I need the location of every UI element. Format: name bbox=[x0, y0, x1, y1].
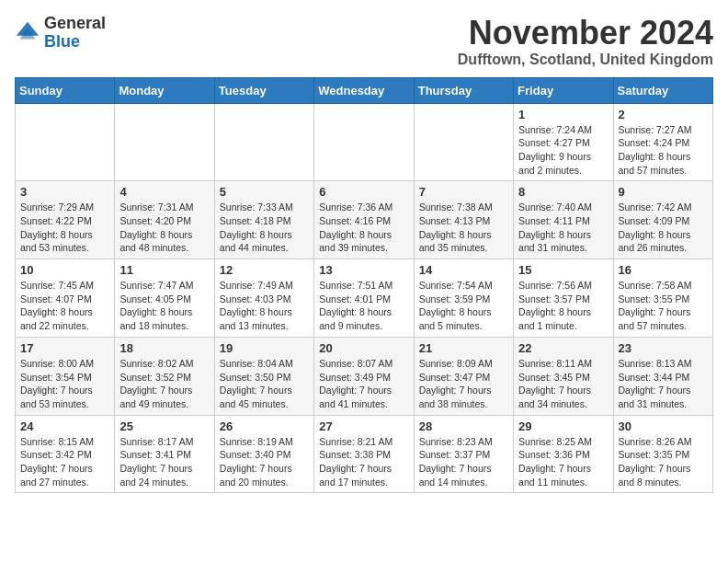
calendar-cell: 22Sunrise: 8:11 AM Sunset: 3:45 PM Dayli… bbox=[514, 337, 613, 415]
calendar-cell: 8Sunrise: 7:40 AM Sunset: 4:11 PM Daylig… bbox=[514, 181, 613, 259]
calendar-cell: 21Sunrise: 8:09 AM Sunset: 3:47 PM Dayli… bbox=[414, 337, 513, 415]
calendar-cell: 27Sunrise: 8:21 AM Sunset: 3:38 PM Dayli… bbox=[314, 415, 414, 493]
day-number: 5 bbox=[220, 185, 309, 199]
calendar-cell bbox=[115, 103, 214, 181]
calendar-cell: 1Sunrise: 7:24 AM Sunset: 4:27 PM Daylig… bbox=[514, 103, 613, 181]
calendar-cell: 5Sunrise: 7:33 AM Sunset: 4:18 PM Daylig… bbox=[214, 181, 313, 259]
day-info: Sunrise: 7:45 AM Sunset: 4:07 PM Dayligh… bbox=[20, 279, 109, 333]
weekday-header: Saturday bbox=[613, 77, 712, 103]
day-info: Sunrise: 8:19 AM Sunset: 3:40 PM Dayligh… bbox=[220, 435, 309, 489]
day-info: Sunrise: 8:09 AM Sunset: 3:47 PM Dayligh… bbox=[419, 357, 508, 411]
day-info: Sunrise: 8:13 AM Sunset: 3:44 PM Dayligh… bbox=[619, 357, 708, 411]
day-number: 13 bbox=[319, 263, 408, 277]
day-number: 28 bbox=[419, 419, 508, 433]
day-info: Sunrise: 8:26 AM Sunset: 3:35 PM Dayligh… bbox=[619, 435, 708, 489]
calendar-cell: 20Sunrise: 8:07 AM Sunset: 3:49 PM Dayli… bbox=[314, 337, 414, 415]
day-number: 1 bbox=[518, 108, 608, 121]
day-number: 22 bbox=[518, 341, 608, 355]
calendar-cell: 2Sunrise: 7:27 AM Sunset: 4:24 PM Daylig… bbox=[613, 103, 712, 181]
day-number: 10 bbox=[20, 263, 109, 277]
day-info: Sunrise: 7:29 AM Sunset: 4:22 PM Dayligh… bbox=[20, 201, 109, 255]
day-number: 29 bbox=[518, 419, 608, 433]
calendar-week-row: 3Sunrise: 7:29 AM Sunset: 4:22 PM Daylig… bbox=[16, 181, 713, 259]
calendar-cell: 25Sunrise: 8:17 AM Sunset: 3:41 PM Dayli… bbox=[115, 415, 214, 493]
calendar-week-row: 10Sunrise: 7:45 AM Sunset: 4:07 PM Dayli… bbox=[16, 259, 713, 338]
day-info: Sunrise: 8:25 AM Sunset: 3:36 PM Dayligh… bbox=[518, 435, 608, 489]
day-info: Sunrise: 7:38 AM Sunset: 4:13 PM Dayligh… bbox=[419, 201, 508, 255]
day-info: Sunrise: 7:51 AM Sunset: 4:01 PM Dayligh… bbox=[319, 279, 408, 333]
calendar-cell: 13Sunrise: 7:51 AM Sunset: 4:01 PM Dayli… bbox=[314, 259, 414, 338]
day-number: 11 bbox=[119, 263, 209, 277]
calendar-cell: 18Sunrise: 8:02 AM Sunset: 3:52 PM Dayli… bbox=[115, 337, 214, 415]
day-info: Sunrise: 7:42 AM Sunset: 4:09 PM Dayligh… bbox=[619, 201, 708, 255]
calendar-cell: 4Sunrise: 7:31 AM Sunset: 4:20 PM Daylig… bbox=[115, 181, 214, 259]
day-number: 20 bbox=[319, 341, 408, 355]
day-number: 3 bbox=[20, 185, 109, 199]
calendar-cell: 11Sunrise: 7:47 AM Sunset: 4:05 PM Dayli… bbox=[115, 259, 214, 338]
day-info: Sunrise: 7:58 AM Sunset: 3:55 PM Dayligh… bbox=[619, 279, 708, 333]
calendar-cell: 10Sunrise: 7:45 AM Sunset: 4:07 PM Dayli… bbox=[16, 259, 115, 338]
day-info: Sunrise: 8:00 AM Sunset: 3:54 PM Dayligh… bbox=[20, 357, 109, 411]
weekday-header: Thursday bbox=[414, 77, 513, 103]
day-number: 7 bbox=[419, 185, 508, 199]
calendar-cell: 17Sunrise: 8:00 AM Sunset: 3:54 PM Dayli… bbox=[16, 337, 115, 415]
day-info: Sunrise: 7:56 AM Sunset: 3:57 PM Dayligh… bbox=[518, 279, 608, 333]
day-number: 2 bbox=[619, 108, 708, 121]
day-info: Sunrise: 7:47 AM Sunset: 4:05 PM Dayligh… bbox=[119, 279, 209, 333]
day-number: 27 bbox=[319, 419, 408, 433]
weekday-header: Friday bbox=[514, 77, 613, 103]
calendar-cell: 19Sunrise: 8:04 AM Sunset: 3:50 PM Dayli… bbox=[214, 337, 313, 415]
day-info: Sunrise: 7:27 AM Sunset: 4:24 PM Dayligh… bbox=[619, 123, 708, 178]
day-info: Sunrise: 8:07 AM Sunset: 3:49 PM Dayligh… bbox=[319, 357, 408, 411]
day-info: Sunrise: 8:15 AM Sunset: 3:42 PM Dayligh… bbox=[20, 435, 109, 489]
calendar-cell: 12Sunrise: 7:49 AM Sunset: 4:03 PM Dayli… bbox=[214, 259, 313, 338]
location: Dufftown, Scotland, United Kingdom bbox=[458, 52, 713, 68]
day-number: 15 bbox=[518, 263, 608, 277]
day-number: 19 bbox=[220, 341, 309, 355]
calendar-cell bbox=[314, 103, 414, 181]
calendar-cell: 15Sunrise: 7:56 AM Sunset: 3:57 PM Dayli… bbox=[514, 259, 613, 338]
calendar-cell: 6Sunrise: 7:36 AM Sunset: 4:16 PM Daylig… bbox=[314, 181, 414, 259]
calendar-cell: 23Sunrise: 8:13 AM Sunset: 3:44 PM Dayli… bbox=[613, 337, 712, 415]
day-number: 4 bbox=[119, 185, 209, 199]
day-number: 14 bbox=[419, 263, 508, 277]
day-number: 25 bbox=[119, 419, 209, 433]
weekday-header: Tuesday bbox=[214, 77, 313, 103]
day-number: 8 bbox=[518, 185, 608, 199]
calendar-table: SundayMondayTuesdayWednesdayThursdayFrid… bbox=[15, 77, 713, 494]
day-info: Sunrise: 7:40 AM Sunset: 4:11 PM Dayligh… bbox=[518, 201, 608, 255]
day-number: 23 bbox=[619, 341, 708, 355]
calendar-cell: 29Sunrise: 8:25 AM Sunset: 3:36 PM Dayli… bbox=[514, 415, 613, 493]
day-number: 24 bbox=[20, 419, 109, 433]
day-number: 30 bbox=[619, 419, 708, 433]
calendar-cell: 24Sunrise: 8:15 AM Sunset: 3:42 PM Dayli… bbox=[16, 415, 115, 493]
day-info: Sunrise: 7:24 AM Sunset: 4:27 PM Dayligh… bbox=[518, 123, 608, 178]
calendar-week-row: 24Sunrise: 8:15 AM Sunset: 3:42 PM Dayli… bbox=[16, 415, 713, 493]
page-header: General Blue November 2024 Dufftown, Sco… bbox=[15, 15, 713, 68]
calendar-cell bbox=[214, 103, 313, 181]
calendar-week-row: 17Sunrise: 8:00 AM Sunset: 3:54 PM Dayli… bbox=[16, 337, 713, 415]
day-info: Sunrise: 7:54 AM Sunset: 3:59 PM Dayligh… bbox=[419, 279, 508, 333]
title-area: November 2024 Dufftown, Scotland, United… bbox=[458, 15, 713, 68]
day-info: Sunrise: 7:31 AM Sunset: 4:20 PM Dayligh… bbox=[119, 201, 209, 255]
calendar-cell: 28Sunrise: 8:23 AM Sunset: 3:37 PM Dayli… bbox=[414, 415, 513, 493]
logo-text: General Blue bbox=[44, 15, 106, 52]
day-number: 26 bbox=[220, 419, 309, 433]
logo: General Blue bbox=[15, 15, 106, 52]
day-info: Sunrise: 7:33 AM Sunset: 4:18 PM Dayligh… bbox=[220, 201, 309, 255]
weekday-header: Sunday bbox=[16, 77, 115, 103]
day-info: Sunrise: 8:04 AM Sunset: 3:50 PM Dayligh… bbox=[220, 357, 309, 411]
day-info: Sunrise: 8:11 AM Sunset: 3:45 PM Dayligh… bbox=[518, 357, 608, 411]
day-info: Sunrise: 8:21 AM Sunset: 3:38 PM Dayligh… bbox=[319, 435, 408, 489]
day-number: 18 bbox=[119, 341, 209, 355]
calendar-cell: 14Sunrise: 7:54 AM Sunset: 3:59 PM Dayli… bbox=[414, 259, 513, 338]
calendar-week-row: 1Sunrise: 7:24 AM Sunset: 4:27 PM Daylig… bbox=[16, 103, 713, 181]
weekday-header: Wednesday bbox=[314, 77, 414, 103]
calendar-cell: 9Sunrise: 7:42 AM Sunset: 4:09 PM Daylig… bbox=[613, 181, 712, 259]
day-info: Sunrise: 7:36 AM Sunset: 4:16 PM Dayligh… bbox=[319, 201, 408, 255]
day-number: 12 bbox=[220, 263, 309, 277]
day-info: Sunrise: 8:02 AM Sunset: 3:52 PM Dayligh… bbox=[119, 357, 209, 411]
calendar-cell: 16Sunrise: 7:58 AM Sunset: 3:55 PM Dayli… bbox=[613, 259, 712, 338]
calendar-cell bbox=[16, 103, 115, 181]
weekday-header: Monday bbox=[115, 77, 214, 103]
